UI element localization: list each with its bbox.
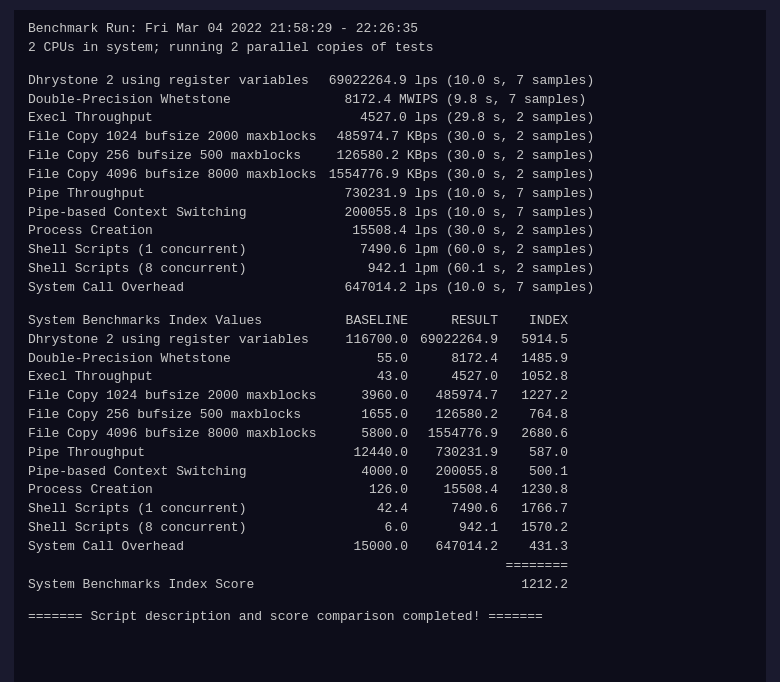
result-value: 69022264.9 lps — [318, 72, 438, 91]
benchmark-result-row: System Call Overhead647014.2 lps(10.0 s,… — [28, 279, 752, 298]
equals-divider: ======== — [28, 557, 752, 576]
header-line2: 2 CPUs in system; running 2 parallel cop… — [28, 39, 752, 58]
result-value: 200055.8 lps — [318, 204, 438, 223]
result-detail: (29.8 s, 2 samples) — [446, 109, 594, 128]
result-value: 942.1 lpm — [318, 260, 438, 279]
result-name: System Call Overhead — [28, 279, 318, 298]
result-value: 126580.2 KBps — [318, 147, 438, 166]
result-value: 485974.7 KBps — [318, 128, 438, 147]
index-baseline: 5800.0 — [318, 425, 408, 444]
result-name: Execl Throughput — [28, 109, 318, 128]
index-row: File Copy 256 bufsize 500 maxblocks1655.… — [28, 406, 752, 425]
index-result: 942.1 — [408, 519, 498, 538]
index-value: 431.3 — [498, 538, 568, 557]
result-detail: (9.8 s, 7 samples) — [446, 91, 586, 110]
index-row: File Copy 1024 bufsize 2000 maxblocks396… — [28, 387, 752, 406]
index-value: 2680.6 — [498, 425, 568, 444]
index-value: 1485.9 — [498, 350, 568, 369]
score-value: 1212.2 — [498, 576, 568, 595]
index-value: 1227.2 — [498, 387, 568, 406]
benchmark-result-row: Shell Scripts (8 concurrent)942.1 lpm(60… — [28, 260, 752, 279]
result-detail: (30.0 s, 2 samples) — [446, 222, 594, 241]
index-result: 485974.7 — [408, 387, 498, 406]
index-result: 730231.9 — [408, 444, 498, 463]
result-name: File Copy 1024 bufsize 2000 maxblocks — [28, 128, 318, 147]
result-value: 1554776.9 KBps — [318, 166, 438, 185]
index-value: 1230.8 — [498, 481, 568, 500]
index-row: Pipe-based Context Switching4000.0200055… — [28, 463, 752, 482]
benchmark-result-row: Shell Scripts (1 concurrent)7490.6 lpm(6… — [28, 241, 752, 260]
result-name: File Copy 4096 bufsize 8000 maxblocks — [28, 166, 318, 185]
result-name: Dhrystone 2 using register variables — [28, 72, 318, 91]
index-baseline: 1655.0 — [318, 406, 408, 425]
result-detail: (30.0 s, 2 samples) — [446, 128, 594, 147]
index-result: 126580.2 — [408, 406, 498, 425]
result-value: 647014.2 lps — [318, 279, 438, 298]
index-value: 5914.5 — [498, 331, 568, 350]
index-row: Execl Throughput43.04527.01052.8 — [28, 368, 752, 387]
index-value: 764.8 — [498, 406, 568, 425]
index-row: File Copy 4096 bufsize 8000 maxblocks580… — [28, 425, 752, 444]
index-baseline: 3960.0 — [318, 387, 408, 406]
index-row: Dhrystone 2 using register variables1167… — [28, 331, 752, 350]
result-detail: (10.0 s, 7 samples) — [446, 204, 594, 223]
result-detail: (30.0 s, 2 samples) — [446, 147, 594, 166]
index-row: Pipe Throughput12440.0730231.9587.0 — [28, 444, 752, 463]
index-row: Process Creation126.015508.41230.8 — [28, 481, 752, 500]
footer: ======= Script description and score com… — [28, 608, 752, 627]
benchmark-result-row: File Copy 1024 bufsize 2000 maxblocks485… — [28, 128, 752, 147]
benchmark-result-row: Pipe-based Context Switching200055.8 lps… — [28, 204, 752, 223]
benchmark-result-row: Process Creation15508.4 lps(30.0 s, 2 sa… — [28, 222, 752, 241]
col-index: INDEX — [498, 312, 568, 331]
index-row: Double-Precision Whetstone55.08172.41485… — [28, 350, 752, 369]
result-value: 8172.4 MWIPS — [318, 91, 438, 110]
index-baseline: 4000.0 — [318, 463, 408, 482]
index-baseline: 6.0 — [318, 519, 408, 538]
index-result: 8172.4 — [408, 350, 498, 369]
result-name: Shell Scripts (1 concurrent) — [28, 241, 318, 260]
result-name: File Copy 256 bufsize 500 maxblocks — [28, 147, 318, 166]
col-result: RESULT — [408, 312, 498, 331]
benchmark-result-row: File Copy 256 bufsize 500 maxblocks12658… — [28, 147, 752, 166]
index-baseline: 12440.0 — [318, 444, 408, 463]
index-value: 500.1 — [498, 463, 568, 482]
index-baseline: 116700.0 — [318, 331, 408, 350]
header-line1: Benchmark Run: Fri Mar 04 2022 21:58:29 … — [28, 20, 752, 39]
index-result: 200055.8 — [408, 463, 498, 482]
index-baseline: 43.0 — [318, 368, 408, 387]
result-detail: (10.0 s, 7 samples) — [446, 185, 594, 204]
result-value: 7490.6 lpm — [318, 241, 438, 260]
score-label: System Benchmarks Index Score — [28, 576, 318, 595]
index-result: 7490.6 — [408, 500, 498, 519]
result-name: Pipe Throughput — [28, 185, 318, 204]
result-detail: (30.0 s, 2 samples) — [446, 166, 594, 185]
result-name: Pipe-based Context Switching — [28, 204, 318, 223]
index-baseline: 55.0 — [318, 350, 408, 369]
result-value: 730231.9 lps — [318, 185, 438, 204]
result-name: Shell Scripts (8 concurrent) — [28, 260, 318, 279]
index-value: 1570.2 — [498, 519, 568, 538]
result-value: 4527.0 lps — [318, 109, 438, 128]
terminal-window: Benchmark Run: Fri Mar 04 2022 21:58:29 … — [14, 10, 766, 682]
index-value: 1766.7 — [498, 500, 568, 519]
index-result: 647014.2 — [408, 538, 498, 557]
index-row: System Call Overhead15000.0647014.2431.3 — [28, 538, 752, 557]
score-line: System Benchmarks Index Score1212.2 — [28, 576, 752, 595]
result-detail: (60.0 s, 2 samples) — [446, 241, 594, 260]
index-row: Shell Scripts (8 concurrent)6.0942.11570… — [28, 519, 752, 538]
index-result: 69022264.9 — [408, 331, 498, 350]
index-result: 1554776.9 — [408, 425, 498, 444]
benchmark-result-row: File Copy 4096 bufsize 8000 maxblocks155… — [28, 166, 752, 185]
index-baseline: 15000.0 — [318, 538, 408, 557]
index-row: Shell Scripts (1 concurrent)42.47490.617… — [28, 500, 752, 519]
index-header-row: System Benchmarks Index ValuesBASELINERE… — [28, 312, 752, 331]
index-value: 1052.8 — [498, 368, 568, 387]
benchmark-result-row: Dhrystone 2 using register variables6902… — [28, 72, 752, 91]
result-detail: (10.0 s, 7 samples) — [446, 72, 594, 91]
benchmark-results: Dhrystone 2 using register variables6902… — [28, 72, 752, 298]
index-section: System Benchmarks Index ValuesBASELINERE… — [28, 312, 752, 595]
index-baseline: 42.4 — [318, 500, 408, 519]
result-detail: (60.1 s, 2 samples) — [446, 260, 594, 279]
result-name: Double-Precision Whetstone — [28, 91, 318, 110]
benchmark-result-row: Pipe Throughput730231.9 lps(10.0 s, 7 sa… — [28, 185, 752, 204]
